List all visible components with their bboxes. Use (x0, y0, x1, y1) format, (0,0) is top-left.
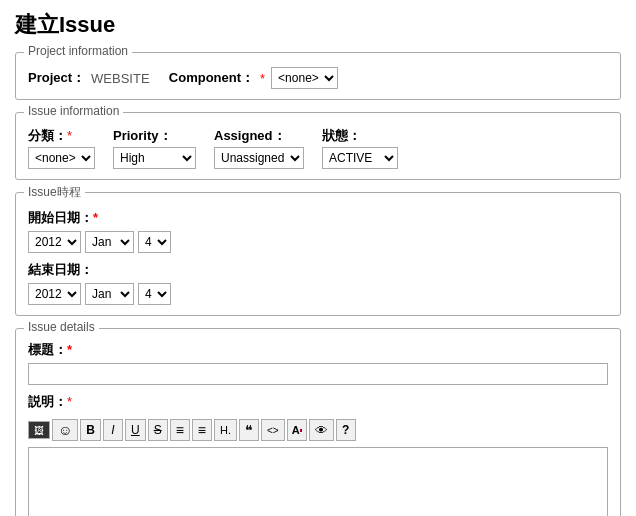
heading-toolbar-btn[interactable]: H. (214, 419, 237, 441)
bold-toolbar-btn[interactable]: B (80, 419, 101, 441)
details-section: Issue details 標題：* 説明：* 🖼 ☺ B I U S ≡ ≡ … (15, 328, 621, 516)
component-label: Component： (169, 69, 254, 87)
priority-select[interactable]: Low Normal High Urgent Immediate (113, 147, 196, 169)
preview-toolbar-btn[interactable]: 👁 (309, 419, 334, 441)
start-day-select[interactable]: 1234 567 (138, 231, 171, 253)
category-req: * (67, 128, 72, 143)
status-field: 狀態： ACTIVE CLOSED (322, 127, 398, 169)
component-select[interactable]: <none> (271, 67, 338, 89)
title-label: 標題： (28, 342, 67, 357)
ol-toolbar-btn[interactable]: ≡ (170, 419, 190, 441)
assigned-field: Assigned： Unassigned (214, 127, 304, 169)
strike-toolbar-btn[interactable]: S (148, 419, 168, 441)
category-label: 分類： (28, 128, 67, 143)
assigned-select[interactable]: Unassigned (214, 147, 304, 169)
details-legend: Issue details (24, 320, 99, 334)
page-title: 建立Issue (15, 10, 621, 40)
category-field: 分類：* <none> (28, 127, 95, 169)
project-legend: Project information (24, 44, 132, 58)
editor-toolbar: 🖼 ☺ B I U S ≡ ≡ H. ❝ <> A 👁 ? (28, 419, 608, 441)
desc-label: 説明： (28, 394, 67, 409)
project-value: WEBSITE (91, 71, 150, 86)
smiley-toolbar-btn[interactable]: ☺ (52, 419, 78, 441)
title-input[interactable] (28, 363, 608, 385)
component-required: * (260, 71, 265, 86)
italic-toolbar-btn[interactable]: I (103, 419, 123, 441)
status-label: 狀態： (322, 128, 361, 143)
project-section: Project information Project： WEBSITE Com… (15, 52, 621, 100)
end-day-select[interactable]: 1234 567 (138, 283, 171, 305)
category-select[interactable]: <none> (28, 147, 95, 169)
start-year-select[interactable]: 2010201120122013 (28, 231, 81, 253)
start-label: 開始日期：* (28, 209, 608, 227)
image-toolbar-btn[interactable]: 🖼 (28, 421, 50, 439)
project-label: Project： (28, 69, 85, 87)
issue-section: Issue information 分類：* <none> Priority： … (15, 112, 621, 180)
help-toolbar-btn[interactable]: ? (336, 419, 356, 441)
end-month-select[interactable]: JanFebMarApr MayJunJulAug SepOctNovDec (85, 283, 134, 305)
priority-label: Priority： (113, 128, 172, 143)
issue-legend: Issue information (24, 104, 123, 118)
description-textarea[interactable] (28, 447, 608, 516)
status-select[interactable]: ACTIVE CLOSED (322, 147, 398, 169)
end-year-select[interactable]: 2010201120122013 (28, 283, 81, 305)
color-toolbar-btn[interactable]: A (287, 419, 307, 441)
schedule-legend: Issue時程 (24, 184, 85, 201)
assigned-label: Assigned： (214, 128, 286, 143)
code-toolbar-btn[interactable]: <> (261, 419, 285, 441)
underline-toolbar-btn[interactable]: U (125, 419, 146, 441)
schedule-section: Issue時程 開始日期：* 2010201120122013 JanFebMa… (15, 192, 621, 316)
priority-field: Priority： Low Normal High Urgent Immedia… (113, 127, 196, 169)
ul-toolbar-btn[interactable]: ≡ (192, 419, 212, 441)
start-month-select[interactable]: JanFebMarApr MayJunJulAug SepOctNovDec (85, 231, 134, 253)
end-label: 結束日期： (28, 261, 608, 279)
quote-toolbar-btn[interactable]: ❝ (239, 419, 259, 441)
